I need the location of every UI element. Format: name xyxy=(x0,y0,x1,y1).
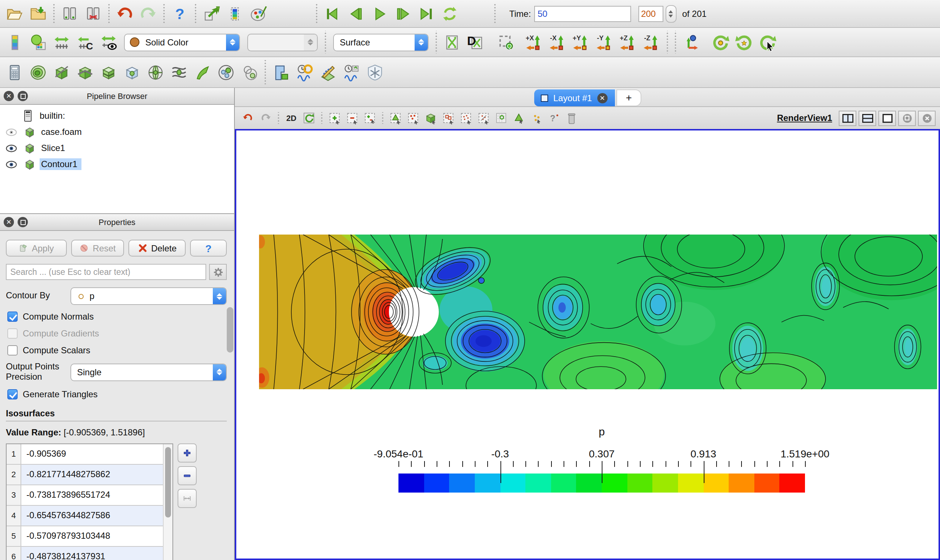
isosurface-value-row[interactable]: 4-0.654576344827586 xyxy=(6,505,173,526)
undo-button[interactable] xyxy=(113,2,136,25)
save-animation-button[interactable] xyxy=(223,2,247,25)
close-view-button[interactable] xyxy=(918,110,935,126)
select-cells-through-button[interactable] xyxy=(361,109,379,127)
add-value-button[interactable] xyxy=(178,443,197,462)
disconnect-server-button[interactable] xyxy=(82,2,105,25)
last-frame-button[interactable] xyxy=(415,2,438,25)
isosurface-value-row[interactable]: 6-0.48738124137931 xyxy=(6,546,173,560)
properties-scrollbar[interactable] xyxy=(227,307,233,417)
plot-along-line-filter-button[interactable] xyxy=(316,60,340,84)
properties-help-button[interactable]: ? xyxy=(190,240,227,257)
set-view-minus-y-button[interactable]: -Y xyxy=(593,31,616,54)
undock-view-button[interactable] xyxy=(898,110,916,126)
extract-block-filter-button[interactable] xyxy=(269,60,293,84)
zoom-closest-to-data-button[interactable]: D xyxy=(464,31,487,54)
isosurface-value-row[interactable]: 1-0.905369 xyxy=(6,444,173,465)
visibility-eye-icon[interactable] xyxy=(0,144,22,152)
set-view-minus-z-button[interactable]: -Z xyxy=(640,31,663,54)
interactive-select-cells-button[interactable] xyxy=(440,109,457,127)
visibility-eye-icon[interactable] xyxy=(0,128,22,136)
rotate-90-ccw-button[interactable] xyxy=(732,31,756,54)
slice-filter-button[interactable] xyxy=(73,60,97,84)
plot-data-filter-button[interactable] xyxy=(340,60,363,84)
set-view-plus-y-button[interactable]: +Y xyxy=(570,31,593,54)
properties-close-icon[interactable]: ✕ xyxy=(4,217,14,227)
visibility-eye-icon[interactable] xyxy=(0,160,22,168)
maximize-view-button[interactable] xyxy=(878,110,896,126)
calculator-filter-button[interactable] xyxy=(3,60,26,84)
contour-by-combobox[interactable]: p xyxy=(71,287,227,305)
threshold-filter-button[interactable] xyxy=(97,60,120,84)
group-datasets-filter-button[interactable] xyxy=(214,60,238,84)
zoom-to-selection-button[interactable]: Q xyxy=(495,31,518,54)
extract-level-filter-button[interactable] xyxy=(238,60,261,84)
layout-tab-close-icon[interactable]: ✕ xyxy=(597,93,607,103)
select-cells-on-button[interactable] xyxy=(326,109,343,127)
plot-over-time-filter-button[interactable] xyxy=(293,60,316,84)
camera-undo-button[interactable] xyxy=(239,109,257,127)
rescale-data-range-button[interactable] xyxy=(50,31,73,54)
apply-button[interactable]: Apply xyxy=(6,240,67,257)
select-block-button[interactable] xyxy=(422,109,440,127)
isosurface-table-scrollbar[interactable] xyxy=(163,444,173,560)
pipeline-undock-icon[interactable] xyxy=(18,91,28,101)
play-button[interactable] xyxy=(367,2,391,25)
color-legend[interactable]: p -9.054e-01-0.30.3070.9131.519e+00 xyxy=(398,425,805,492)
extract-subset-filter-button[interactable] xyxy=(120,60,144,84)
compute-normals-checkbox[interactable] xyxy=(7,312,18,322)
layout-tab[interactable]: Layout #1 ✕ xyxy=(534,89,614,106)
grow-selection-button[interactable] xyxy=(510,109,528,127)
help-button[interactable]: ? xyxy=(168,2,191,25)
stream-tracer-filter-button[interactable] xyxy=(167,60,191,84)
previous-frame-button[interactable] xyxy=(344,2,367,25)
selection-help-button[interactable]: ? xyxy=(545,109,563,127)
color-palette-button[interactable] xyxy=(247,2,270,25)
delete-button[interactable]: Delete xyxy=(129,240,186,257)
interactive-select-points-2-button[interactable] xyxy=(475,109,492,127)
rescale-custom-range-button[interactable]: C xyxy=(73,31,97,54)
pipeline-close-icon[interactable]: ✕ xyxy=(4,91,14,101)
split-horizontal-button[interactable] xyxy=(839,110,856,126)
reset-camera-button[interactable] xyxy=(300,109,318,127)
edit-color-map-button[interactable] xyxy=(26,31,50,54)
output-points-precision-combobox[interactable]: Single xyxy=(71,363,227,381)
solid-color-combobox[interactable]: Solid Color xyxy=(124,33,240,51)
color-field-combobox[interactable] xyxy=(247,33,318,51)
rotate-90-cw-button[interactable] xyxy=(709,31,732,54)
contour-filter-button[interactable] xyxy=(26,60,50,84)
representation-combobox[interactable]: Surface xyxy=(333,33,429,51)
isosurface-value-row[interactable]: 5-0.570978793103448 xyxy=(6,526,173,546)
new-layout-tab-button[interactable]: + xyxy=(616,89,641,106)
shrink-selection-button[interactable] xyxy=(528,109,545,127)
split-vertical-button[interactable] xyxy=(858,110,876,126)
properties-search-input[interactable] xyxy=(6,264,206,280)
next-frame-button[interactable] xyxy=(391,2,415,25)
renderview-name[interactable]: RenderView1 xyxy=(777,113,832,123)
frame-index-input[interactable] xyxy=(638,6,663,22)
zoom-to-data-button[interactable] xyxy=(440,31,464,54)
export-scene-button[interactable] xyxy=(199,2,223,25)
first-frame-button[interactable] xyxy=(321,2,344,25)
frame-stepper[interactable] xyxy=(665,5,676,22)
render-viewport[interactable]: p -9.054e-01-0.30.3070.9131.519e+00 xyxy=(235,129,940,560)
pipeline-item-contour1[interactable]: Contour1 xyxy=(0,156,234,172)
rescale-visible-range-button[interactable] xyxy=(97,31,120,54)
clear-selection-button[interactable] xyxy=(563,109,580,127)
select-points-polygon-button[interactable] xyxy=(404,109,422,127)
warp-filter-button[interactable] xyxy=(191,60,214,84)
glyph-filter-button[interactable] xyxy=(144,60,167,84)
select-cells-polygon-button[interactable] xyxy=(387,109,404,127)
save-data-button[interactable] xyxy=(26,2,50,25)
reset-camera-direction-button[interactable] xyxy=(679,31,703,54)
interactive-select-points-button[interactable] xyxy=(457,109,475,127)
properties-options-button[interactable] xyxy=(209,264,227,280)
isosurface-value-row[interactable]: 2-0.821771448275862 xyxy=(6,465,173,485)
pipeline-item-slice1[interactable]: Slice1 xyxy=(0,140,234,156)
pipeline-item-casefoam[interactable]: case.foam xyxy=(0,124,234,140)
isosurface-values-table[interactable]: 1-0.9053692-0.8217714482758623-0.7381738… xyxy=(6,443,173,560)
redo-button[interactable] xyxy=(136,2,160,25)
set-view-plus-z-button[interactable]: +Z xyxy=(616,31,640,54)
open-file-button[interactable] xyxy=(3,2,26,25)
remove-value-button[interactable] xyxy=(178,466,197,485)
camera-redo-button[interactable] xyxy=(257,109,275,127)
